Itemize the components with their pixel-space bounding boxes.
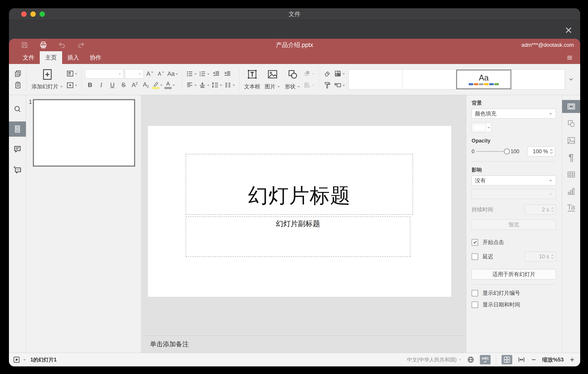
bold-button[interactable]: B bbox=[85, 80, 95, 90]
slides-icon bbox=[13, 125, 22, 133]
bullet-list-button[interactable] bbox=[186, 69, 197, 79]
slides-panel-button[interactable] bbox=[9, 121, 26, 137]
undo-button[interactable] bbox=[58, 41, 66, 49]
save-button[interactable] bbox=[21, 41, 29, 49]
spinner-arrows[interactable] bbox=[550, 149, 553, 154]
clear-style-button[interactable] bbox=[322, 69, 332, 78]
status-bar: 1的幻灯片1 中文(中华人民共和国) ABC bbox=[9, 353, 580, 366]
numbered-list-button[interactable] bbox=[199, 69, 210, 79]
tab-file[interactable]: 文件 bbox=[17, 51, 40, 64]
chat-button[interactable] bbox=[9, 162, 26, 177]
change-case-button[interactable]: Aa bbox=[167, 69, 178, 79]
right-toolbar: ¶ Ta bbox=[562, 95, 580, 353]
minus-icon bbox=[531, 357, 537, 363]
change-layout-button[interactable] bbox=[66, 69, 78, 78]
italic-button[interactable]: I bbox=[96, 80, 106, 90]
font-size-combo[interactable] bbox=[125, 69, 144, 78]
title-placeholder[interactable]: 幻灯片标题 bbox=[186, 154, 413, 215]
slide-thumbnail[interactable] bbox=[33, 99, 135, 167]
tab-insert[interactable]: 插入 bbox=[62, 51, 84, 64]
opacity-slider[interactable] bbox=[476, 149, 509, 154]
underline-button[interactable]: U bbox=[107, 80, 117, 90]
increase-font-button[interactable]: A bbox=[145, 69, 155, 79]
close-file-button[interactable] bbox=[564, 25, 574, 35]
slideshow-options-button[interactable] bbox=[23, 358, 26, 362]
menu-button[interactable] bbox=[565, 53, 574, 62]
insert-textbox-button[interactable]: 文本框 bbox=[242, 68, 262, 91]
decrease-indent-button[interactable] bbox=[211, 69, 221, 79]
language-selector[interactable]: 中文(中华人民共和国) bbox=[407, 356, 462, 363]
font-name-combo[interactable] bbox=[85, 69, 124, 78]
chevron-down-icon bbox=[342, 72, 345, 75]
zoom-level[interactable]: 缩放%53 bbox=[542, 356, 564, 363]
zoom-out-button[interactable] bbox=[531, 357, 537, 363]
search-button[interactable] bbox=[9, 101, 26, 117]
chevron-down-icon bbox=[207, 72, 210, 76]
apply-to-all-button[interactable]: 适用于所有幻灯片 bbox=[472, 269, 556, 279]
vertical-align-button[interactable] bbox=[199, 80, 210, 90]
image-settings-button[interactable] bbox=[562, 134, 580, 147]
delay-checkbox[interactable] bbox=[472, 253, 478, 260]
add-slide-button[interactable]: 添加幻灯片 bbox=[29, 68, 65, 91]
effect-select[interactable]: 没有 bbox=[472, 176, 556, 186]
chart-settings-button[interactable] bbox=[562, 185, 580, 198]
start-on-click-checkbox[interactable] bbox=[472, 239, 478, 246]
show-date-time-checkbox[interactable] bbox=[472, 302, 478, 308]
slider-knob[interactable] bbox=[504, 149, 510, 154]
fill-color-picker[interactable] bbox=[472, 122, 492, 132]
slide[interactable]: 幻灯片标题 幻灯片副标题 bbox=[148, 126, 451, 297]
chevron-down-icon bbox=[549, 178, 553, 183]
chevron-down-icon bbox=[549, 112, 553, 116]
color-scheme-button[interactable] bbox=[334, 69, 345, 78]
document-language-button[interactable] bbox=[467, 356, 474, 363]
align-objects-button[interactable] bbox=[304, 80, 315, 90]
strikethrough-button[interactable]: S bbox=[119, 80, 128, 90]
redo-button[interactable] bbox=[77, 41, 85, 49]
arrange-objects-button[interactable] bbox=[304, 69, 315, 78]
print-button[interactable] bbox=[39, 41, 47, 49]
comments-button[interactable] bbox=[9, 142, 26, 157]
subtitle-placeholder[interactable]: 幻灯片副标题 bbox=[186, 217, 410, 257]
insert-shape-button[interactable]: 形状 bbox=[283, 68, 303, 91]
minimize-window-icon[interactable] bbox=[30, 11, 36, 17]
table-settings-button[interactable] bbox=[562, 168, 580, 181]
opacity-input[interactable]: 100 % bbox=[527, 146, 555, 156]
copy-style-button[interactable] bbox=[322, 80, 332, 90]
zoom-window-icon[interactable] bbox=[40, 11, 45, 17]
theme-option[interactable] bbox=[349, 70, 402, 89]
insert-image-button[interactable]: 图片 bbox=[262, 68, 283, 91]
theme-option[interactable] bbox=[511, 70, 565, 89]
tab-collaboration[interactable]: 协作 bbox=[84, 51, 107, 64]
close-window-icon[interactable] bbox=[21, 11, 27, 17]
fill-type-select[interactable]: 颜色填充 bbox=[472, 109, 556, 119]
left-toolbar bbox=[9, 95, 26, 353]
theme-gallery-expand-button[interactable] bbox=[565, 77, 577, 82]
shape-settings-button[interactable] bbox=[562, 117, 580, 130]
highlight-color-button[interactable] bbox=[152, 80, 163, 90]
zoom-in-button[interactable] bbox=[569, 357, 575, 363]
decrease-font-button[interactable]: A bbox=[156, 69, 166, 79]
copy-button[interactable] bbox=[13, 69, 23, 78]
line-spacing-button[interactable] bbox=[211, 80, 223, 90]
slide-size-button[interactable] bbox=[334, 80, 345, 90]
fit-to-slide-button[interactable] bbox=[502, 355, 512, 364]
tab-home[interactable]: 主页 bbox=[40, 51, 62, 64]
paragraph-settings-button[interactable]: ¶ bbox=[562, 151, 580, 164]
fit-to-width-button[interactable] bbox=[518, 356, 525, 363]
theme-option[interactable] bbox=[402, 70, 456, 89]
columns-button[interactable] bbox=[224, 80, 235, 90]
start-slideshow-button[interactable] bbox=[66, 80, 78, 90]
superscript-button[interactable]: A2 bbox=[130, 80, 140, 90]
subscript-button[interactable]: A2 bbox=[141, 80, 151, 90]
spellcheck-button[interactable]: ABC bbox=[480, 355, 491, 364]
theme-option-selected[interactable]: Aa bbox=[456, 70, 511, 89]
slide-settings-button[interactable] bbox=[562, 100, 580, 113]
show-slide-number-checkbox[interactable] bbox=[472, 290, 478, 296]
increase-indent-button[interactable] bbox=[222, 69, 232, 79]
paste-button[interactable] bbox=[13, 80, 23, 90]
textart-settings-button[interactable]: Ta bbox=[562, 202, 580, 215]
start-slideshow-status-button[interactable] bbox=[13, 356, 20, 363]
font-color-button[interactable]: A bbox=[164, 80, 175, 90]
notes-area[interactable]: 单击添加备注 bbox=[141, 336, 466, 353]
horizontal-align-button[interactable] bbox=[186, 80, 197, 90]
